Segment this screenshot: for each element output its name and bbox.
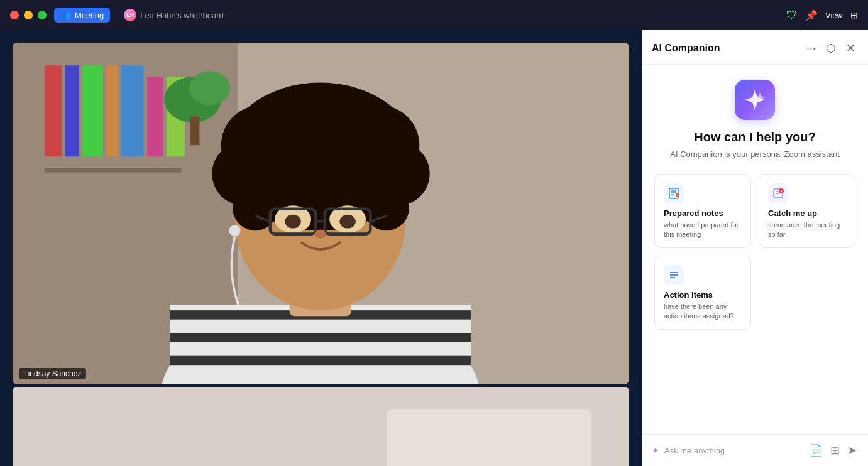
ai-attach-button[interactable]: 📄 bbox=[808, 442, 824, 458]
whiteboard-tab[interactable]: LH Lea Hahn's whiteboard bbox=[118, 6, 230, 24]
participant1-name: Lindsay Sanchez bbox=[19, 368, 86, 379]
ai-card-action-items[interactable]: Action items have there been any action … bbox=[654, 256, 751, 330]
action-items-desc: have there been any action items assigne… bbox=[664, 302, 742, 322]
video-tile-1[interactable]: Lindsay Sanchez bbox=[13, 43, 629, 384]
svg-rect-4 bbox=[82, 65, 103, 156]
ai-input-placeholder: Ask me anything bbox=[664, 446, 725, 455]
pin-icon: 📌 bbox=[805, 9, 818, 21]
ai-close-button[interactable]: ✕ bbox=[843, 40, 858, 57]
main-content: Lindsay Sanchez bbox=[0, 30, 868, 466]
ai-card-catch-me-up[interactable]: Catch me up summarize the meeting so far bbox=[759, 174, 855, 248]
svg-rect-3 bbox=[65, 65, 79, 156]
ai-more-button[interactable]: ··· bbox=[804, 41, 818, 57]
catch-me-up-desc: summarize the meeting so far bbox=[768, 220, 846, 240]
ai-grid-button[interactable]: ⊞ bbox=[829, 442, 841, 458]
video-bg-1 bbox=[13, 43, 629, 384]
svg-rect-5 bbox=[106, 65, 118, 156]
whiteboard-label: Lea Hahn's whiteboard bbox=[140, 11, 224, 20]
svg-point-11 bbox=[189, 71, 230, 105]
ai-companion-panel: AI Companion ··· ⬡ ✕ How can I help you?… bbox=[642, 30, 868, 466]
action-items-title: Action items bbox=[664, 290, 742, 300]
svg-rect-16 bbox=[170, 333, 471, 342]
ai-logo bbox=[735, 80, 775, 120]
video-grid: Lindsay Sanchez bbox=[0, 30, 642, 466]
svg-point-36 bbox=[315, 229, 326, 239]
svg-rect-40 bbox=[387, 409, 591, 466]
titlebar-right: 🛡 📌 View ⊞ bbox=[786, 9, 858, 22]
ai-cards: Prepared notes what have I prepared for … bbox=[654, 174, 855, 330]
video-tile-2[interactable]: Lea Hahn bbox=[13, 387, 629, 466]
view-button[interactable]: View bbox=[825, 11, 843, 20]
ai-footer-actions: 📄 ⊞ ➤ bbox=[808, 442, 858, 458]
titlebar: 👥 Meeting LH Lea Hahn's whiteboard 🛡 📌 V… bbox=[0, 0, 868, 30]
action-items-icon bbox=[664, 265, 684, 285]
video-bg-2 bbox=[13, 387, 629, 466]
ai-expand-button[interactable]: ⬡ bbox=[823, 40, 838, 57]
ai-panel-title: AI Companion bbox=[652, 43, 799, 54]
ai-panel-header: AI Companion ··· ⬡ ✕ bbox=[642, 30, 868, 65]
prepared-notes-title: Prepared notes bbox=[664, 209, 742, 218]
svg-line-66 bbox=[781, 191, 782, 192]
ai-panel-body: How can I help you? AI Companion is your… bbox=[642, 65, 868, 434]
catch-me-up-title: Catch me up bbox=[768, 209, 846, 218]
catch-me-up-icon bbox=[768, 183, 788, 203]
window-controls bbox=[10, 11, 47, 19]
meeting-label: Meeting bbox=[75, 11, 104, 20]
svg-rect-7 bbox=[147, 77, 163, 156]
prepared-notes-icon bbox=[664, 183, 684, 203]
ai-panel-footer: ✦ Ask me anything 📄 ⊞ ➤ bbox=[642, 434, 868, 466]
maximize-button[interactable] bbox=[38, 11, 47, 19]
ai-send-button[interactable]: ➤ bbox=[846, 442, 858, 458]
ai-card-prepared-notes[interactable]: Prepared notes what have I prepared for … bbox=[654, 174, 751, 248]
video-area: Lindsay Sanchez bbox=[0, 30, 642, 466]
close-button[interactable] bbox=[10, 11, 19, 19]
svg-point-34 bbox=[285, 215, 300, 229]
shield-icon: 🛡 bbox=[786, 9, 798, 22]
svg-point-35 bbox=[339, 215, 355, 229]
svg-rect-6 bbox=[121, 65, 143, 156]
svg-rect-17 bbox=[170, 356, 471, 366]
prepared-notes-desc: what have I prepared for this meeting bbox=[664, 220, 742, 240]
view-label: View bbox=[825, 11, 843, 20]
ai-input-sparkle-icon: ✦ bbox=[652, 445, 659, 455]
whiteboard-avatar: LH bbox=[124, 9, 136, 21]
svg-rect-12 bbox=[190, 117, 200, 145]
svg-point-37 bbox=[229, 225, 241, 236]
grid-icon: ⊞ bbox=[850, 10, 858, 20]
meeting-icon: 👥 bbox=[60, 10, 71, 20]
ai-help-title: How can I help you? bbox=[694, 130, 815, 144]
meeting-tab[interactable]: 👥 Meeting bbox=[54, 8, 110, 23]
ai-input[interactable]: ✦ Ask me anything bbox=[652, 445, 800, 455]
svg-rect-2 bbox=[45, 65, 62, 156]
minimize-button[interactable] bbox=[24, 11, 33, 19]
svg-rect-9 bbox=[45, 168, 182, 172]
ai-help-subtitle: AI Companion is your personal Zoom assis… bbox=[670, 149, 840, 159]
